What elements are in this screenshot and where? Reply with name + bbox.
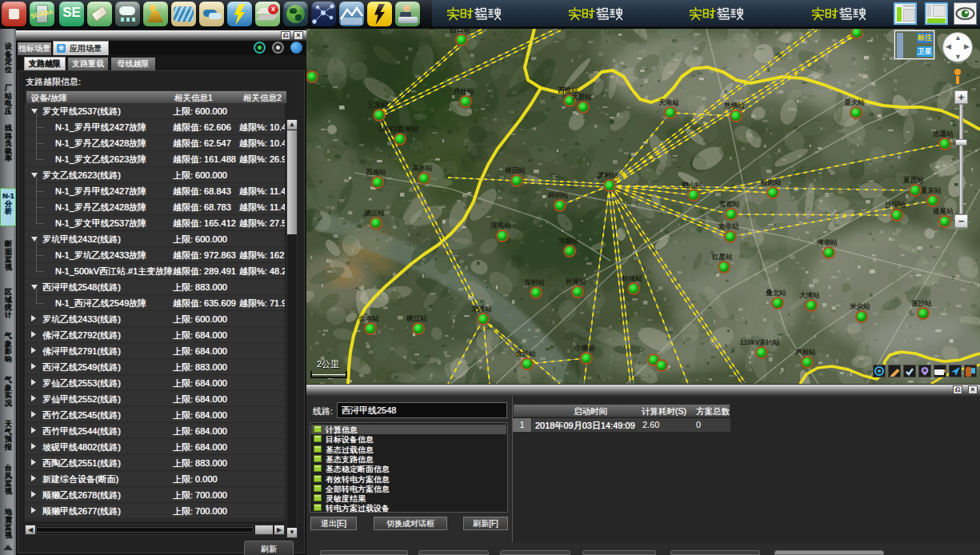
- svg-text:夏西站: 夏西站: [902, 176, 924, 184]
- svg-text:高本站: 高本站: [412, 164, 433, 172]
- svg-text:小塘站: 小塘站: [574, 344, 595, 352]
- svg-text:鹤山站: 鹤山站: [681, 181, 702, 189]
- svg-text:110kV东约站: 110kV东约站: [740, 338, 780, 346]
- svg-text:罗村站: 罗村站: [597, 171, 618, 179]
- svg-text:叠北站: 叠北站: [765, 289, 786, 297]
- svg-text:深村站: 深村站: [523, 278, 545, 286]
- svg-text:洋塘站: 洋塘站: [557, 237, 578, 245]
- svg-text:米尖站: 米尖站: [849, 302, 870, 310]
- svg-text:基沙站: 基沙站: [910, 299, 932, 307]
- svg-text:龙湾站: 龙湾站: [470, 305, 492, 313]
- svg-text:湾华站: 湾华站: [816, 238, 838, 246]
- svg-text:夏东站: 夏东站: [920, 186, 942, 194]
- svg-text:浮瑶站: 浮瑶站: [490, 222, 511, 230]
- svg-text:港尾站: 港尾站: [932, 207, 954, 215]
- svg-text:村尾站: 村尾站: [565, 278, 586, 285]
- svg-text:大塱站: 大塱站: [571, 93, 592, 101]
- svg-text:西口站: 西口站: [450, 29, 470, 34]
- svg-text:横江站: 横江站: [406, 314, 427, 322]
- svg-text:松岗站: 松岗站: [760, 178, 782, 186]
- svg-text:天湖站: 天湖站: [658, 98, 679, 106]
- svg-text:显大站: 显大站: [843, 98, 865, 106]
- svg-text:熟塘站: 熟塘站: [723, 102, 745, 110]
- svg-text:金本站: 金本站: [358, 314, 379, 322]
- svg-text:西南站: 西南站: [366, 168, 386, 176]
- svg-text:德云站: 德云站: [363, 209, 385, 217]
- svg-text:桂城站: 桂城站: [621, 274, 642, 282]
- svg-text:志愿站: 志愿站: [932, 130, 954, 138]
- svg-text:大湾站: 大湾站: [799, 291, 820, 299]
- svg-text:横田站: 横田站: [504, 166, 526, 174]
- svg-text:110kV西青站: 110kV西青站: [378, 125, 418, 133]
- svg-text:科明站: 科明站: [547, 191, 569, 199]
- svg-text:金沙站: 金沙站: [514, 349, 536, 357]
- svg-text:官窑站: 官窑站: [719, 200, 740, 208]
- svg-text:若学站: 若学站: [718, 222, 739, 230]
- svg-text:丹灶站: 丹灶站: [453, 87, 474, 95]
- svg-text:三水站: 三水站: [367, 101, 388, 109]
- svg-text:沙滘站: 沙滘站: [884, 201, 906, 209]
- svg-text:红星站: 红星站: [711, 253, 733, 261]
- svg-text:芦桂站: 芦桂站: [794, 348, 816, 356]
